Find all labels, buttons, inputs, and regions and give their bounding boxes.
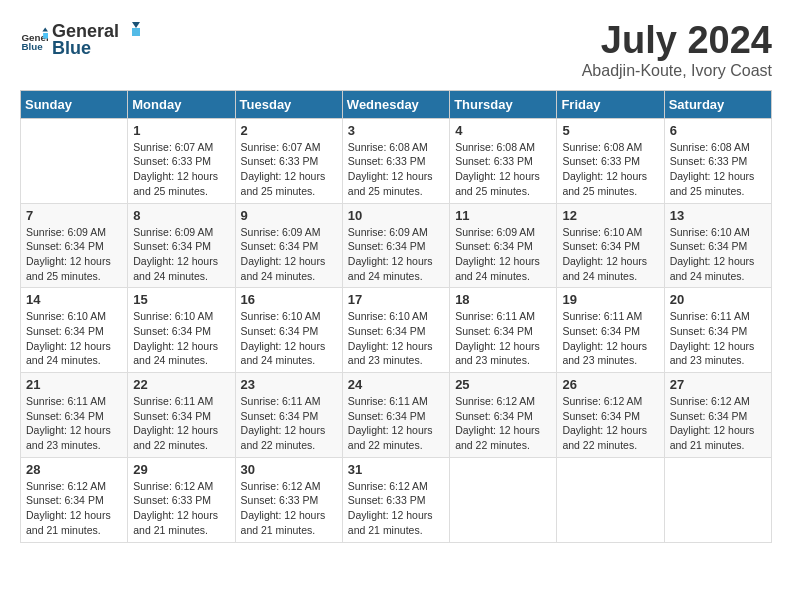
day-number: 22 [133, 377, 229, 392]
svg-marker-3 [43, 33, 48, 39]
calendar-header-row: Sunday Monday Tuesday Wednesday Thursday… [21, 90, 772, 118]
table-row: 29Sunrise: 6:12 AM Sunset: 6:33 PM Dayli… [128, 457, 235, 542]
day-number: 5 [562, 123, 658, 138]
col-monday: Monday [128, 90, 235, 118]
table-row: 28Sunrise: 6:12 AM Sunset: 6:34 PM Dayli… [21, 457, 128, 542]
day-info: Sunrise: 6:12 AM Sunset: 6:33 PM Dayligh… [241, 479, 337, 538]
table-row: 7Sunrise: 6:09 AM Sunset: 6:34 PM Daylig… [21, 203, 128, 288]
title-area: July 2024 Abadjin-Koute, Ivory Coast [582, 20, 772, 80]
col-wednesday: Wednesday [342, 90, 449, 118]
table-row: 31Sunrise: 6:12 AM Sunset: 6:33 PM Dayli… [342, 457, 449, 542]
calendar-week-row: 1Sunrise: 6:07 AM Sunset: 6:33 PM Daylig… [21, 118, 772, 203]
day-number: 27 [670, 377, 766, 392]
header: General Blue General Blue July 2024 Abad… [20, 20, 772, 80]
logo-icon: General Blue [20, 26, 48, 54]
calendar-week-row: 7Sunrise: 6:09 AM Sunset: 6:34 PM Daylig… [21, 203, 772, 288]
day-number: 7 [26, 208, 122, 223]
day-info: Sunrise: 6:10 AM Sunset: 6:34 PM Dayligh… [133, 309, 229, 368]
day-number: 19 [562, 292, 658, 307]
day-number: 17 [348, 292, 444, 307]
col-tuesday: Tuesday [235, 90, 342, 118]
logo: General Blue General Blue [20, 20, 143, 59]
day-number: 3 [348, 123, 444, 138]
table-row: 12Sunrise: 6:10 AM Sunset: 6:34 PM Dayli… [557, 203, 664, 288]
day-number: 10 [348, 208, 444, 223]
table-row: 1Sunrise: 6:07 AM Sunset: 6:33 PM Daylig… [128, 118, 235, 203]
day-info: Sunrise: 6:08 AM Sunset: 6:33 PM Dayligh… [348, 140, 444, 199]
day-info: Sunrise: 6:08 AM Sunset: 6:33 PM Dayligh… [562, 140, 658, 199]
svg-rect-5 [132, 28, 140, 36]
day-info: Sunrise: 6:09 AM Sunset: 6:34 PM Dayligh… [26, 225, 122, 284]
day-info: Sunrise: 6:07 AM Sunset: 6:33 PM Dayligh… [241, 140, 337, 199]
day-number: 18 [455, 292, 551, 307]
location-subtitle: Abadjin-Koute, Ivory Coast [582, 62, 772, 80]
day-info: Sunrise: 6:09 AM Sunset: 6:34 PM Dayligh… [455, 225, 551, 284]
day-info: Sunrise: 6:11 AM Sunset: 6:34 PM Dayligh… [26, 394, 122, 453]
table-row: 26Sunrise: 6:12 AM Sunset: 6:34 PM Dayli… [557, 373, 664, 458]
day-number: 4 [455, 123, 551, 138]
calendar-table: Sunday Monday Tuesday Wednesday Thursday… [20, 90, 772, 543]
table-row: 9Sunrise: 6:09 AM Sunset: 6:34 PM Daylig… [235, 203, 342, 288]
table-row: 6Sunrise: 6:08 AM Sunset: 6:33 PM Daylig… [664, 118, 771, 203]
table-row: 11Sunrise: 6:09 AM Sunset: 6:34 PM Dayli… [450, 203, 557, 288]
table-row: 23Sunrise: 6:11 AM Sunset: 6:34 PM Dayli… [235, 373, 342, 458]
day-number: 20 [670, 292, 766, 307]
table-row: 13Sunrise: 6:10 AM Sunset: 6:34 PM Dayli… [664, 203, 771, 288]
table-row: 8Sunrise: 6:09 AM Sunset: 6:34 PM Daylig… [128, 203, 235, 288]
day-info: Sunrise: 6:08 AM Sunset: 6:33 PM Dayligh… [455, 140, 551, 199]
day-info: Sunrise: 6:12 AM Sunset: 6:33 PM Dayligh… [348, 479, 444, 538]
day-info: Sunrise: 6:10 AM Sunset: 6:34 PM Dayligh… [26, 309, 122, 368]
table-row: 4Sunrise: 6:08 AM Sunset: 6:33 PM Daylig… [450, 118, 557, 203]
day-number: 25 [455, 377, 551, 392]
table-row: 17Sunrise: 6:10 AM Sunset: 6:34 PM Dayli… [342, 288, 449, 373]
col-saturday: Saturday [664, 90, 771, 118]
table-row: 5Sunrise: 6:08 AM Sunset: 6:33 PM Daylig… [557, 118, 664, 203]
day-number: 26 [562, 377, 658, 392]
day-number: 31 [348, 462, 444, 477]
table-row [557, 457, 664, 542]
table-row: 30Sunrise: 6:12 AM Sunset: 6:33 PM Dayli… [235, 457, 342, 542]
day-number: 23 [241, 377, 337, 392]
col-thursday: Thursday [450, 90, 557, 118]
day-number: 1 [133, 123, 229, 138]
day-info: Sunrise: 6:12 AM Sunset: 6:34 PM Dayligh… [670, 394, 766, 453]
table-row [450, 457, 557, 542]
table-row: 14Sunrise: 6:10 AM Sunset: 6:34 PM Dayli… [21, 288, 128, 373]
table-row: 22Sunrise: 6:11 AM Sunset: 6:34 PM Dayli… [128, 373, 235, 458]
day-number: 15 [133, 292, 229, 307]
day-info: Sunrise: 6:09 AM Sunset: 6:34 PM Dayligh… [133, 225, 229, 284]
day-info: Sunrise: 6:07 AM Sunset: 6:33 PM Dayligh… [133, 140, 229, 199]
day-info: Sunrise: 6:12 AM Sunset: 6:34 PM Dayligh… [455, 394, 551, 453]
day-number: 13 [670, 208, 766, 223]
table-row [21, 118, 128, 203]
table-row: 21Sunrise: 6:11 AM Sunset: 6:34 PM Dayli… [21, 373, 128, 458]
day-number: 28 [26, 462, 122, 477]
day-number: 11 [455, 208, 551, 223]
day-info: Sunrise: 6:10 AM Sunset: 6:34 PM Dayligh… [241, 309, 337, 368]
table-row: 19Sunrise: 6:11 AM Sunset: 6:34 PM Dayli… [557, 288, 664, 373]
calendar-week-row: 28Sunrise: 6:12 AM Sunset: 6:34 PM Dayli… [21, 457, 772, 542]
day-number: 8 [133, 208, 229, 223]
table-row: 25Sunrise: 6:12 AM Sunset: 6:34 PM Dayli… [450, 373, 557, 458]
table-row: 16Sunrise: 6:10 AM Sunset: 6:34 PM Dayli… [235, 288, 342, 373]
svg-marker-2 [42, 27, 48, 31]
day-info: Sunrise: 6:08 AM Sunset: 6:33 PM Dayligh… [670, 140, 766, 199]
month-year-title: July 2024 [582, 20, 772, 62]
day-info: Sunrise: 6:12 AM Sunset: 6:34 PM Dayligh… [26, 479, 122, 538]
day-number: 29 [133, 462, 229, 477]
day-info: Sunrise: 6:11 AM Sunset: 6:34 PM Dayligh… [348, 394, 444, 453]
col-friday: Friday [557, 90, 664, 118]
calendar-week-row: 21Sunrise: 6:11 AM Sunset: 6:34 PM Dayli… [21, 373, 772, 458]
table-row: 20Sunrise: 6:11 AM Sunset: 6:34 PM Dayli… [664, 288, 771, 373]
table-row [664, 457, 771, 542]
logo-blue-icon [120, 20, 142, 42]
table-row: 18Sunrise: 6:11 AM Sunset: 6:34 PM Dayli… [450, 288, 557, 373]
day-number: 21 [26, 377, 122, 392]
table-row: 24Sunrise: 6:11 AM Sunset: 6:34 PM Dayli… [342, 373, 449, 458]
day-number: 12 [562, 208, 658, 223]
day-info: Sunrise: 6:10 AM Sunset: 6:34 PM Dayligh… [670, 225, 766, 284]
day-number: 2 [241, 123, 337, 138]
svg-text:Blue: Blue [21, 40, 43, 51]
day-number: 24 [348, 377, 444, 392]
table-row: 2Sunrise: 6:07 AM Sunset: 6:33 PM Daylig… [235, 118, 342, 203]
